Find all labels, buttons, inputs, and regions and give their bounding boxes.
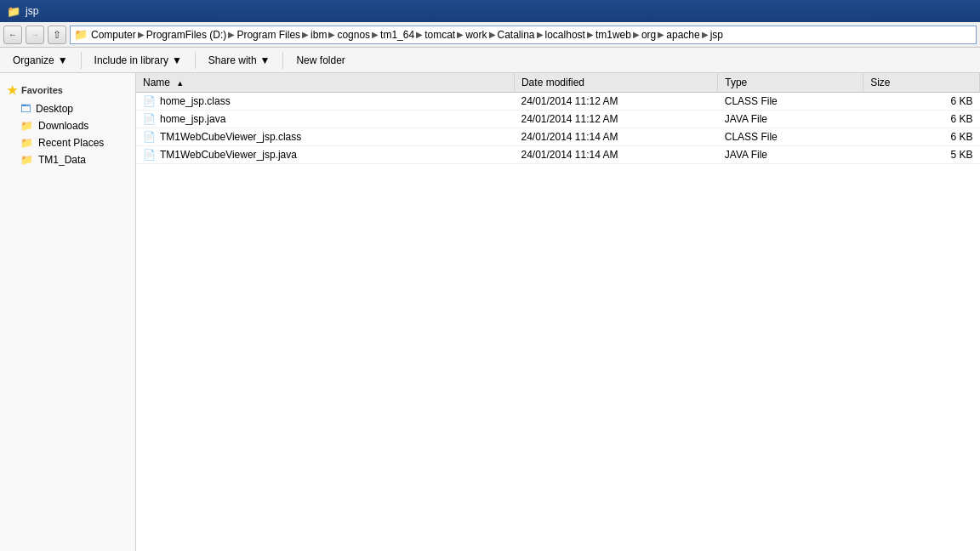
up-button[interactable]: ⇧	[48, 26, 66, 44]
file-icon: 📄	[143, 95, 156, 107]
file-name-cell: 📄home_jsp.class	[136, 93, 514, 111]
path-arrow: ▶	[457, 30, 464, 39]
table-row[interactable]: 📄TM1WebCubeViewer_jsp.java24/01/2014 11:…	[136, 146, 980, 164]
path-org: org	[641, 29, 656, 41]
window-title: jsp	[26, 5, 38, 17]
new-folder-label: New folder	[296, 54, 345, 66]
sidebar-item-tm1-data[interactable]: 📁 TM1_Data	[0, 151, 135, 168]
file-type: CLASS File	[718, 93, 863, 111]
table-row[interactable]: 📄home_jsp.java24/01/2014 11:12 AMJAVA Fi…	[136, 111, 980, 128]
toolbar-separator-1	[81, 52, 82, 69]
star-icon: ★	[7, 83, 18, 97]
sidebar-item-desktop-label: Desktop	[36, 103, 73, 115]
new-folder-button[interactable]: New folder	[288, 50, 352, 71]
path-tm1-64: tm1_64	[380, 29, 414, 41]
forward-button[interactable]: →	[26, 26, 44, 44]
path-jsp: jsp	[710, 29, 723, 41]
desktop-folder-icon: 🗔	[20, 103, 31, 115]
title-folder-icon: 📁	[7, 5, 20, 18]
file-size: 6 KB	[863, 93, 980, 111]
column-name[interactable]: Name ▲	[136, 73, 514, 93]
column-header-row: Name ▲ Date modified Type Size	[136, 73, 980, 93]
toolbar-separator-3	[282, 52, 283, 69]
path-programfiles: ProgramFiles (D:)	[146, 29, 227, 41]
col-name-label: Name	[143, 77, 170, 88]
path-cognos: cognos	[337, 29, 370, 41]
path-arrow: ▶	[372, 30, 379, 39]
path-apache: apache	[666, 29, 699, 41]
path-arrow: ▶	[489, 30, 496, 39]
toolbar-separator-2	[195, 52, 196, 69]
file-type: JAVA File	[718, 111, 863, 128]
path-folder-icon: 📁	[74, 28, 88, 41]
path-arrow: ▶	[587, 30, 594, 39]
file-name: home_jsp.class	[160, 95, 231, 107]
include-chevron-icon: ▼	[172, 54, 182, 66]
path-arrow: ▶	[658, 30, 664, 39]
path-tm1web: tm1web	[595, 29, 631, 41]
sidebar-item-recent-label: Recent Places	[38, 137, 104, 149]
sidebar-item-recent-places[interactable]: 📁 Recent Places	[0, 134, 135, 151]
downloads-folder-icon: 📁	[20, 120, 33, 132]
file-icon: 📄	[143, 131, 156, 143]
col-type-label: Type	[725, 77, 747, 88]
table-row[interactable]: 📄TM1WebCubeViewer_jsp.class24/01/2014 11…	[136, 128, 980, 146]
sidebar: ★ Favorites 🗔 Desktop 📁 Downloads 📁 Rece…	[0, 73, 136, 551]
path-arrow: ▶	[633, 30, 640, 39]
share-label: Share with	[208, 54, 257, 66]
path-tomcat: tomcat	[424, 29, 455, 41]
path-arrow: ▶	[328, 30, 335, 39]
path-arrow: ▶	[537, 30, 544, 39]
file-name: TM1WebCubeViewer_jsp.class	[160, 131, 301, 143]
sidebar-item-desktop[interactable]: 🗔 Desktop	[0, 100, 135, 117]
column-type[interactable]: Type	[718, 73, 863, 93]
file-name: TM1WebCubeViewer_jsp.java	[160, 149, 297, 161]
share-chevron-icon: ▼	[260, 54, 271, 66]
sort-arrow-icon: ▲	[176, 79, 184, 88]
file-date: 24/01/2014 11:12 AM	[514, 111, 717, 128]
col-size-label: Size	[870, 77, 890, 88]
path-arrow: ▶	[416, 30, 423, 39]
file-name: home_jsp.java	[160, 113, 225, 125]
file-type: JAVA File	[718, 146, 863, 164]
table-row[interactable]: 📄home_jsp.class24/01/2014 11:12 AMCLASS …	[136, 93, 980, 111]
favorites-section[interactable]: ★ Favorites	[0, 80, 135, 100]
file-size: 6 KB	[863, 111, 980, 128]
organize-label: Organize	[13, 54, 54, 66]
organize-chevron-icon: ▼	[58, 54, 68, 66]
share-with-button[interactable]: Share with ▼	[201, 50, 278, 71]
recent-places-icon: 📁	[20, 137, 33, 149]
path-arrow: ▶	[702, 30, 709, 39]
title-bar: 📁 jsp	[0, 0, 980, 22]
file-table-body: 📄home_jsp.class24/01/2014 11:12 AMCLASS …	[136, 93, 980, 164]
file-size: 6 KB	[863, 128, 980, 146]
path-localhost: localhost	[545, 29, 585, 41]
path-arrow: ▶	[228, 30, 235, 39]
file-size: 5 KB	[863, 146, 980, 164]
include-in-library-button[interactable]: Include in library ▼	[87, 50, 190, 71]
back-button[interactable]: ←	[3, 26, 22, 44]
tm1-data-folder-icon: 📁	[20, 154, 33, 166]
favorites-label: Favorites	[21, 85, 63, 95]
file-date: 24/01/2014 11:12 AM	[514, 93, 717, 111]
file-name-cell: 📄home_jsp.java	[136, 111, 514, 128]
col-date-label: Date modified	[521, 77, 584, 88]
file-icon: 📄	[143, 149, 156, 161]
file-icon: 📄	[143, 113, 156, 125]
organize-button[interactable]: Organize ▼	[5, 50, 76, 71]
main-area: ★ Favorites 🗔 Desktop 📁 Downloads 📁 Rece…	[0, 73, 980, 551]
column-date-modified[interactable]: Date modified	[514, 73, 717, 93]
file-date: 24/01/2014 11:14 AM	[514, 146, 717, 164]
sidebar-item-downloads[interactable]: 📁 Downloads	[0, 117, 135, 134]
toolbar: Organize ▼ Include in library ▼ Share wi…	[0, 48, 980, 73]
path-ibm: ibm	[311, 29, 327, 41]
file-name-cell: 📄TM1WebCubeViewer_jsp.java	[136, 146, 514, 164]
column-size[interactable]: Size	[863, 73, 980, 93]
address-path[interactable]: 📁 Computer ▶ ProgramFiles (D:) ▶ Program…	[70, 26, 977, 44]
path-arrow: ▶	[302, 30, 309, 39]
include-label: Include in library	[94, 54, 168, 66]
path-program-files: Program Files	[236, 29, 300, 41]
path-catalina: Catalina	[498, 29, 535, 41]
path-computer: Computer	[91, 29, 136, 41]
file-date: 24/01/2014 11:14 AM	[514, 128, 717, 146]
